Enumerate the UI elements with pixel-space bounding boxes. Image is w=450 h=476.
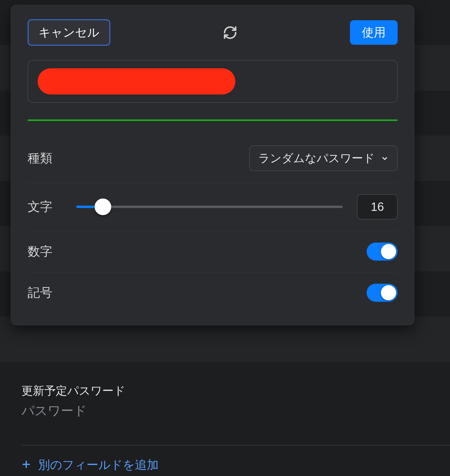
add-field-button[interactable]: 別のフィールドを追加 <box>21 447 450 473</box>
generated-password-field[interactable] <box>28 60 398 103</box>
numbers-label: 数字 <box>28 243 52 260</box>
numbers-row: 数字 <box>28 231 398 272</box>
refresh-icon[interactable] <box>223 25 237 40</box>
strength-meter <box>28 119 398 121</box>
numbers-toggle[interactable] <box>367 243 398 261</box>
redacted-password <box>38 68 235 94</box>
characters-slider-group: 16 <box>76 194 398 220</box>
add-field-label: 別のフィールドを追加 <box>38 457 159 473</box>
add-field-section: 別のフィールドを追加 <box>21 447 450 473</box>
characters-row: 文字 16 <box>28 183 398 231</box>
type-label: 種類 <box>28 150 52 167</box>
popover-header: キャンセル 使用 <box>28 19 398 46</box>
characters-value[interactable]: 16 <box>357 194 398 220</box>
password-field-placeholder[interactable]: パスワード <box>21 402 450 420</box>
chevron-down-icon <box>381 152 389 165</box>
slider-track <box>76 206 343 208</box>
type-dropdown[interactable]: ランダムなパスワード <box>249 145 398 171</box>
toggle-knob <box>381 244 396 259</box>
type-selected-value: ランダムなパスワード <box>258 151 375 166</box>
symbols-row: 記号 <box>28 272 398 313</box>
plus-icon <box>21 458 31 472</box>
use-button[interactable]: 使用 <box>350 20 398 45</box>
symbols-toggle[interactable] <box>367 284 398 302</box>
underlying-form-section: 更新予定パスワード パスワード <box>21 383 450 441</box>
password-generator-popover: キャンセル 使用 種類 ランダムなパスワード 文字 <box>11 5 414 325</box>
slider-thumb[interactable] <box>95 198 111 215</box>
type-row: 種類 ランダムなパスワード <box>28 134 398 183</box>
symbols-label: 記号 <box>28 284 52 301</box>
pending-password-label: 更新予定パスワード <box>21 383 450 398</box>
characters-label: 文字 <box>28 198 52 215</box>
form-divider <box>21 445 450 446</box>
cancel-button[interactable]: キャンセル <box>28 19 110 46</box>
characters-slider[interactable] <box>76 200 343 214</box>
toggle-knob <box>381 285 396 300</box>
